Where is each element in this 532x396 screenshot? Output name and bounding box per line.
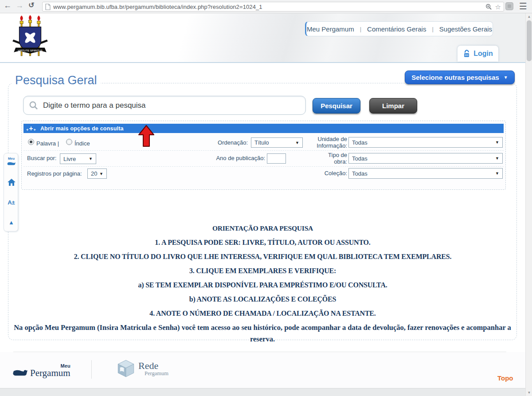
row-separator — [23, 166, 504, 167]
nav-comentarios-gerais[interactable]: Comentários Gerais — [361, 25, 432, 33]
footer-vertical-divider — [91, 360, 92, 379]
clear-button[interactable]: Limpar — [369, 98, 417, 114]
more-options-label: Abrir mais opções de consulta — [40, 125, 124, 132]
padlock-open-icon — [463, 50, 471, 58]
nav-meu-pergamum[interactable]: Meu Pergamum — [301, 25, 360, 33]
orientation-line: 4. ANOTE O NÚMERO DE CHAMADA / LOCALIZAÇ… — [0, 310, 525, 318]
footer: Meu Pergamum Rede Pergamum Topo — [0, 352, 525, 388]
home-tool[interactable] — [4, 178, 19, 188]
colecao-label: Coleção: — [316, 170, 347, 177]
orientation-line: 2. CLIQUE NO TÍTULO DO LIVRO QUE LHE INT… — [0, 253, 525, 261]
chevron-down-icon: ▼ — [504, 75, 508, 80]
orientation-line: a) SE TEM EXEMPLAR DISPONÍVEL PARA EMPRÉ… — [0, 281, 525, 289]
search-input[interactable] — [43, 101, 305, 110]
orientation-line: 3. CLIQUE EM EXEMPLARES E VERIFIQUE: — [0, 267, 525, 275]
pergamum-scroll-icon — [7, 161, 16, 167]
chevron-down-icon: ▼ — [295, 141, 299, 145]
ordenacao-select[interactable]: Título ▼ — [251, 137, 303, 148]
scrollbar-thumb[interactable] — [527, 20, 532, 61]
row-separator — [23, 150, 504, 151]
tipo-label: Tipo de obra: — [316, 152, 347, 165]
page: ← → ↺ www.pergamum.bib.ufba.br/pergamum/… — [0, 0, 532, 396]
accessibility-toolbar: Meu A± ▲ — [4, 153, 18, 231]
pergamum-scroll-icon — [12, 368, 27, 378]
nav-sugestoes-gerais[interactable]: Sugestões Gerais — [434, 25, 498, 33]
meu-pergamum-name-label: Pergamum — [30, 369, 70, 378]
select-other-searches-label: Selecione outras pesquisas — [411, 74, 499, 81]
bottom-strip — [0, 388, 525, 396]
browser-toolbar: ← → ↺ www.pergamum.bib.ufba.br/pergamum/… — [0, 0, 532, 13]
url-text: www.pergamum.bib.ufba.br/pergamum/biblio… — [53, 4, 485, 10]
chevron-down-icon: ▼ — [99, 172, 103, 176]
rede-cube-icon — [117, 359, 135, 378]
meu-pergamum-logo[interactable]: Meu Pergamum — [12, 364, 70, 378]
buscar-select[interactable]: Livre ▼ — [60, 153, 96, 164]
tipo-value: Todas — [352, 155, 495, 162]
plus-icon: +++ — [26, 125, 36, 132]
bookmark-star-icon[interactable]: ☆ — [495, 4, 501, 10]
forward-icon[interactable]: → — [16, 1, 23, 10]
home-icon — [7, 178, 16, 186]
red-arrow-annotation — [137, 125, 155, 147]
extension-icon[interactable] — [505, 2, 513, 10]
up-triangle-icon: ▲ — [8, 219, 14, 226]
back-icon[interactable]: ← — [4, 1, 12, 10]
buscar-value: Livre — [63, 156, 89, 162]
registros-select[interactable]: 20 ▼ — [87, 169, 107, 179]
unidade-select[interactable]: Todas ▼ — [348, 137, 503, 148]
buscar-label: Buscar por: — [27, 155, 56, 162]
chevron-down-icon: ▼ — [495, 171, 499, 176]
ordenacao-value: Título — [254, 139, 295, 146]
back-to-top-tool[interactable]: ▲ — [4, 219, 19, 226]
more-options-toggle[interactable]: +++ Abrir mais opções de consulta — [23, 124, 504, 133]
chevron-down-icon: ▼ — [89, 157, 93, 161]
topo-link[interactable]: Topo — [497, 374, 513, 382]
ufba-logo: VIRTUTE SPIRITUS — [12, 15, 48, 58]
radio-indice-label[interactable]: Índice — [74, 141, 90, 147]
orientation-note: Na opção Meu Pergamum (Insira Matricula … — [5, 322, 520, 345]
meu-pergamum-tool[interactable]: Meu — [4, 157, 19, 169]
radio-indice[interactable] — [66, 139, 72, 145]
orientation-title: ORIENTAÇÃO PARA PESQUISA — [0, 224, 525, 232]
ordenacao-label: Ordenação: — [209, 140, 248, 146]
chevron-down-icon: ▼ — [495, 156, 499, 161]
ano-label: Ano de publicação: — [213, 155, 265, 162]
orientation-line: 1. A PESQUISA PODE SER: LIVRE, TÍTULO, A… — [0, 239, 525, 247]
registros-value: 20 — [91, 170, 99, 177]
tipo-select[interactable]: Todas ▼ — [348, 153, 503, 164]
colecao-select[interactable]: Todas ▼ — [348, 168, 503, 179]
ano-input[interactable] — [267, 153, 286, 164]
svg-text:VIRTUTE SPIRITUS: VIRTUTE SPIRITUS — [18, 49, 43, 52]
login-label: Login — [473, 50, 493, 58]
chevron-down-icon: ▼ — [495, 140, 499, 145]
page-icon — [45, 4, 51, 10]
unidade-value: Todas — [352, 139, 495, 146]
reload-icon[interactable]: ↺ — [28, 1, 34, 9]
search-icon — [29, 101, 39, 110]
site-header: VIRTUTE SPIRITUS Meu Pergamum | Comentár… — [0, 13, 525, 63]
font-size-tool[interactable]: A± — [4, 199, 19, 206]
rede-pergamum-top-label: Rede — [138, 361, 168, 371]
scroll-up-icon[interactable]: ▲ — [526, 13, 532, 20]
orientation-line: b) ANOTE AS LOCALIZAÇÕES E COLEÇÕES — [0, 295, 525, 303]
address-bar[interactable]: www.pergamum.bib.ufba.br/pergamum/biblio… — [42, 2, 504, 12]
rede-pergamum-logo[interactable]: Rede Pergamum — [117, 359, 168, 378]
search-box — [23, 96, 306, 115]
search-button[interactable]: Pesquisar — [313, 98, 360, 114]
scroll-down-icon[interactable]: ▼ — [526, 389, 532, 396]
zoom-icon[interactable] — [485, 4, 492, 10]
registros-label: Registros por página: — [27, 171, 82, 177]
scrollbar[interactable]: ▲ ▼ — [525, 13, 532, 396]
rede-pergamum-name-label: Pergamum — [145, 371, 168, 376]
login-button[interactable]: Login — [458, 46, 498, 62]
radio-palavra[interactable] — [28, 139, 34, 145]
page-title: Pesquisa Geral — [12, 74, 101, 87]
options-panel: +++ Abrir mais opções de consulta Palavr… — [21, 121, 506, 190]
colecao-value: Todas — [352, 170, 495, 177]
select-other-searches-button[interactable]: Selecione outras pesquisas ▼ — [405, 71, 515, 84]
unidade-label: Unidade de Informação: — [310, 136, 347, 149]
top-nav: Meu Pergamum | Comentários Gerais | Suge… — [305, 21, 493, 36]
browser-menu-icon[interactable]: ☰ — [519, 2, 528, 11]
radio-palavra-label[interactable]: Palavra | — [36, 141, 59, 147]
